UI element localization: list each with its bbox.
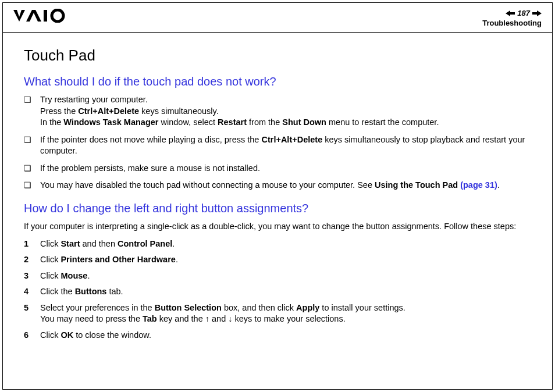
svg-marker-2 bbox=[506, 10, 515, 16]
prev-page-arrow-icon[interactable] bbox=[506, 10, 515, 16]
list-item-text: You may have disabled the touch pad with… bbox=[40, 180, 531, 191]
list-item: 6 Click OK to close the window. bbox=[24, 330, 531, 341]
step-number: 4 bbox=[24, 286, 40, 298]
bullet-icon: ❑ bbox=[24, 163, 40, 174]
list-item-text: Click Start and then Control Panel. bbox=[40, 238, 531, 250]
svg-marker-3 bbox=[532, 10, 542, 16]
page-nav: 187 bbox=[482, 9, 542, 17]
list-item: ❑ You may have disabled the touch pad wi… bbox=[24, 180, 531, 191]
step-number: 3 bbox=[24, 270, 40, 282]
question-2-heading: How do I change the left and right butto… bbox=[24, 202, 531, 215]
next-page-arrow-icon[interactable] bbox=[532, 10, 542, 16]
list-item-text: Click Mouse. bbox=[40, 270, 531, 282]
list-item: 1 Click Start and then Control Panel. bbox=[24, 238, 531, 250]
question-2-steps: 1 Click Start and then Control Panel. 2 … bbox=[24, 238, 531, 341]
step-number: 1 bbox=[24, 238, 40, 250]
bullet-icon: ❑ bbox=[24, 134, 40, 145]
section-label: Troubleshooting bbox=[482, 19, 542, 27]
up-arrow-icon: ↑ bbox=[205, 314, 209, 323]
vaio-logo bbox=[13, 9, 77, 23]
list-item: 2 Click Printers and Other Hardware. bbox=[24, 254, 531, 266]
page-number: 187 bbox=[517, 9, 530, 17]
list-item-text: Try restarting your computer. Press the … bbox=[40, 94, 531, 129]
list-item-text: Select your preferences in the Button Se… bbox=[40, 302, 531, 325]
bullet-icon: ❑ bbox=[24, 94, 40, 105]
svg-point-1 bbox=[52, 10, 63, 22]
bullet-icon: ❑ bbox=[24, 180, 40, 191]
list-item-text: If the problem persists, make sure a mou… bbox=[40, 163, 531, 174]
question-1-heading: What should I do if the touch pad does n… bbox=[24, 75, 531, 88]
list-item-text: Click Printers and Other Hardware. bbox=[40, 254, 531, 266]
page-header: 187 Troubleshooting bbox=[3, 3, 552, 33]
svg-rect-0 bbox=[44, 10, 47, 22]
list-item-text: If the pointer does not move while playi… bbox=[40, 134, 531, 157]
content-area: Touch Pad What should I do if the touch … bbox=[3, 33, 552, 341]
header-right: 187 Troubleshooting bbox=[482, 9, 542, 27]
list-item: 4 Click the Buttons tab. bbox=[24, 286, 531, 298]
page-title: Touch Pad bbox=[24, 47, 531, 65]
question-1-list: ❑ Try restarting your computer. Press th… bbox=[24, 94, 531, 191]
list-item: ❑ If the pointer does not move while pla… bbox=[24, 134, 531, 157]
page-link[interactable]: (page 31) bbox=[458, 180, 497, 190]
list-item: ❑ Try restarting your computer. Press th… bbox=[24, 94, 531, 129]
step-number: 5 bbox=[24, 302, 40, 314]
list-item: ❑ If the problem persists, make sure a m… bbox=[24, 163, 531, 174]
list-item: 5 Select your preferences in the Button … bbox=[24, 302, 531, 325]
list-item: 3 Click Mouse. bbox=[24, 270, 531, 282]
list-item-text: Click the Buttons tab. bbox=[40, 286, 531, 298]
step-number: 2 bbox=[24, 254, 40, 266]
list-item-text: Click OK to close the window. bbox=[40, 330, 531, 341]
page-border: 187 Troubleshooting Touch Pad What shoul… bbox=[2, 2, 553, 390]
question-2-intro: If your computer is interpreting a singl… bbox=[24, 221, 531, 233]
step-number: 6 bbox=[24, 330, 40, 341]
